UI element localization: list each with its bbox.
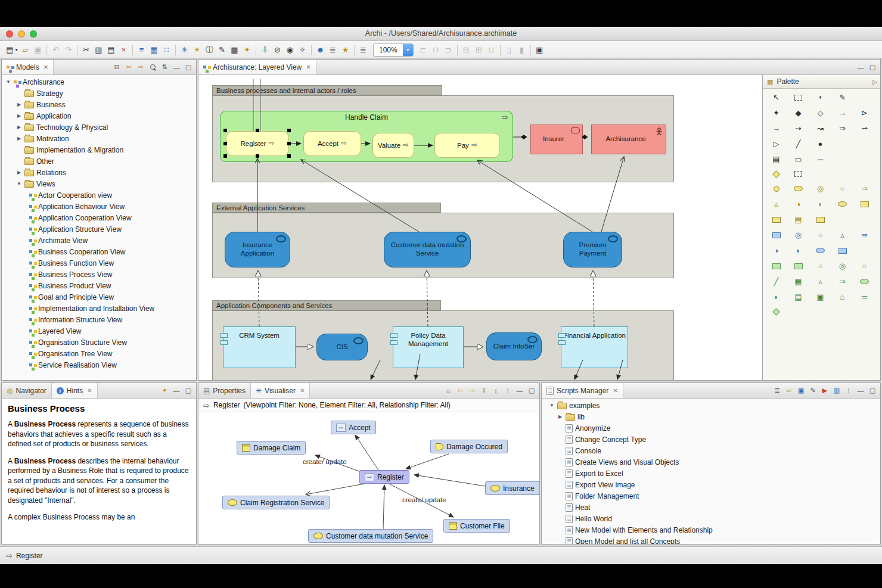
data-object-icon[interactable] [838, 248, 847, 254]
outline-view-button[interactable]: ≡ [135, 43, 148, 57]
undo-button[interactable]: ↶ [49, 43, 62, 57]
communication-network-icon[interactable]: ▦ [794, 278, 802, 285]
default-size-button[interactable]: ▯ [503, 43, 515, 57]
new-script-button[interactable]: ≣ [327, 43, 339, 57]
business-object-icon[interactable] [861, 201, 869, 207]
edit-icon[interactable]: ✎ [808, 385, 818, 396]
model-folder-item[interactable]: ▶ Technology & Physical [2, 122, 196, 133]
home-icon[interactable]: ⌂ [443, 385, 454, 396]
view-item[interactable]: Organisation Structure View [2, 337, 196, 348]
maximize-icon[interactable]: ▢ [867, 385, 878, 396]
technology-function-icon[interactable]: ▵ [818, 278, 822, 285]
assignment-icon[interactable]: → [838, 109, 846, 117]
copy-button[interactable]: ▥ [92, 43, 105, 57]
palette-collapse-icon[interactable]: ▷ [872, 79, 877, 85]
application-event-icon[interactable]: ◗ [796, 247, 801, 254]
new-dropdown-icon[interactable]: ▾ [14, 43, 19, 57]
collaboration-button[interactable]: ☻ [314, 43, 327, 57]
node-insurance-application-service[interactable]: Insurance Application [225, 232, 290, 267]
chevron-icon[interactable]: ▶ [557, 414, 563, 419]
table-view-button[interactable]: ▦ [148, 43, 160, 57]
key-button[interactable]: ✦ [241, 43, 253, 57]
magic-connector-icon[interactable]: ✦ [773, 109, 779, 117]
script-item[interactable]: Folder Management [542, 490, 880, 502]
zoom-window-button[interactable] [30, 30, 37, 38]
distribution-network-icon[interactable]: ═ [862, 293, 867, 301]
script-item[interactable]: Anonymize [542, 422, 880, 434]
node-premium-payment-service[interactable]: Premium Payment [563, 232, 622, 267]
group-external-app-services[interactable]: External Application Services [212, 203, 441, 213]
script-item[interactable]: Heat [542, 502, 880, 513]
model-folder-item[interactable]: ▶ Relations [2, 167, 196, 178]
marquee-tool-icon[interactable] [794, 95, 802, 101]
node-valuate[interactable]: Valuate [372, 133, 414, 158]
equipment-icon[interactable]: ▣ [816, 293, 824, 301]
model-folder-item[interactable]: ▶ Business [2, 99, 196, 110]
close-icon[interactable] [44, 64, 48, 70]
tab-navigator[interactable]: Navigator [2, 383, 52, 398]
visualiser-graph[interactable]: Accept Damage Claim Damage Occured Regis… [198, 412, 539, 545]
format-painter-icon[interactable]: ✎ [839, 94, 846, 101]
view-menu-icon[interactable]: ⋮ [502, 385, 513, 396]
node-archisurance[interactable]: Archisurance [591, 125, 666, 154]
group-business-processes[interactable]: Business processes and internal actors /… [212, 85, 442, 95]
chevron-icon[interactable]: ▶ [16, 170, 22, 175]
view-item[interactable]: Archimate View [2, 235, 196, 246]
grid-button[interactable]: ▩ [228, 43, 241, 57]
node-pay[interactable]: Pay [434, 133, 500, 158]
scripts-folder-lib[interactable]: ▶ lib [542, 411, 880, 422]
view-item[interactable]: Application Structure View [2, 223, 196, 235]
application-function-icon[interactable]: ▵ [840, 231, 844, 239]
node-accept[interactable]: Accept [303, 131, 361, 156]
technology-service-icon[interactable] [860, 279, 869, 284]
view-item[interactable]: Implementation and Installation View [2, 303, 196, 314]
node-insurer[interactable]: Insurer [530, 125, 583, 154]
model-folder-item[interactable]: ▶ Motivation [2, 133, 196, 144]
view-item[interactable]: Actor Cooperation view [2, 189, 196, 201]
open-button[interactable]: ▱ [19, 43, 32, 57]
location-icon[interactable] [772, 170, 780, 178]
vis-node-accept[interactable]: Accept [331, 421, 376, 434]
business-interface-icon[interactable]: ○ [840, 185, 845, 192]
marquee-dropdown-icon[interactable]: ▾ [819, 95, 821, 100]
search-icon[interactable] [147, 62, 158, 73]
chevron-down-icon[interactable]: ▼ [549, 403, 555, 408]
flow-icon[interactable]: ⇀ [861, 125, 868, 132]
info-button[interactable]: ⓘ [203, 43, 216, 57]
align-center-button[interactable]: ⊓ [430, 43, 442, 57]
group-icon[interactable]: ▭ [794, 155, 802, 163]
view-item[interactable]: Goal and Principle View [2, 291, 196, 303]
trash-button[interactable]: ⊘ [271, 43, 284, 57]
view-menu-icon[interactable]: ⋮ [843, 385, 854, 396]
pin-icon[interactable]: ⇩ [479, 385, 489, 396]
chevron-icon[interactable]: ▶ [16, 125, 22, 130]
view-item[interactable]: Application Cooperation View [2, 212, 196, 223]
tab-layered-view[interactable]: Archisurance: Layered View [198, 60, 316, 74]
close-icon[interactable] [300, 387, 305, 394]
influence-icon[interactable]: ↝ [817, 125, 824, 132]
delete-button[interactable]: × [117, 43, 130, 57]
distribute-v-button[interactable]: ⊞ [473, 43, 485, 57]
diagram-canvas[interactable]: Business processes and internal actors /… [198, 75, 763, 381]
material-icon[interactable] [772, 308, 780, 316]
tab-visualiser[interactable]: Visualiser [251, 383, 310, 398]
connection-icon[interactable]: ─ [818, 155, 823, 163]
align-right-button[interactable]: ⊐ [442, 43, 455, 57]
application-interface-icon[interactable]: ○ [818, 231, 823, 239]
visualiser-button[interactable]: ✳ [178, 43, 191, 57]
application-collaboration-icon[interactable]: ◎ [795, 231, 802, 239]
tab-models[interactable]: Models [2, 60, 54, 74]
lock-button[interactable]: ◉ [284, 43, 296, 57]
application-interaction-icon[interactable]: ◑ [774, 247, 779, 254]
model-folder-item[interactable]: ▶ Application [2, 110, 196, 122]
grouping-icon[interactable] [794, 171, 802, 177]
minimize-icon[interactable]: — [514, 385, 525, 396]
node-policy-data-management[interactable]: Policy Data Management [393, 326, 464, 368]
tab-scripts-manager[interactable]: Scripts Manager [542, 383, 623, 398]
business-event-icon[interactable]: ◗ [818, 200, 823, 208]
vis-node-customer-data-mutation-service[interactable]: Customer data mutation Service [308, 529, 433, 543]
view-item[interactable]: Layered View [2, 325, 196, 337]
view-item[interactable]: Business Product View [2, 280, 196, 291]
maximize-icon[interactable]: ▢ [867, 62, 878, 73]
view-item[interactable]: Application Behaviour View [2, 201, 196, 212]
